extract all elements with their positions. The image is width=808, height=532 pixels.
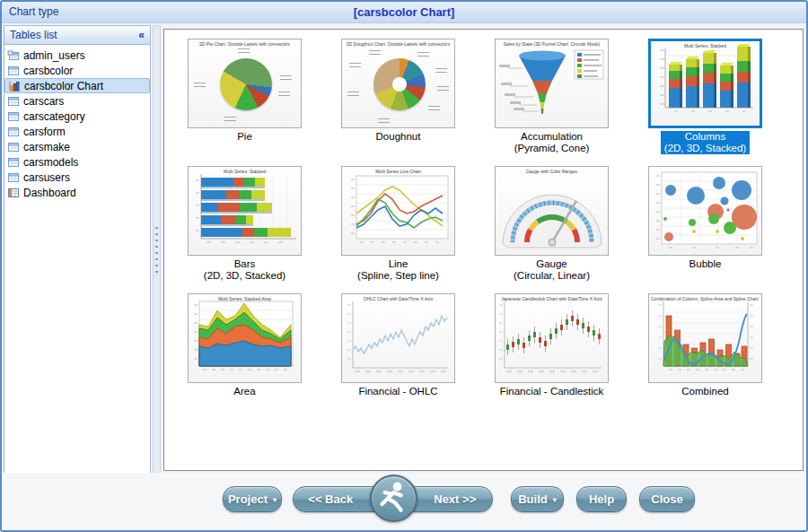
candlestick-preview-image: Japanese Candlestick Chart with Date/Tim…	[495, 293, 609, 383]
pie-preview-image: 2D Pie Chart: Outside Labels with connec…	[188, 39, 302, 128]
run-preview-button[interactable]	[370, 475, 417, 522]
chart-type-line[interactable]: Multi Series Line Chart Line(Spline, Ste…	[321, 166, 475, 293]
sidebar-item-carsbcolor-chart[interactable]: carsbcolor Chart	[4, 78, 150, 93]
columns-preview-image: Multi Series: Stacked	[648, 39, 762, 128]
table-icon	[7, 171, 20, 184]
sidebar-item-carscategory[interactable]: carscategory	[4, 109, 150, 124]
thumb-caption: Gauge(Circular, Linear)	[514, 258, 590, 282]
help-button[interactable]: Help	[576, 486, 627, 512]
sidebar-item-label: carscategory	[23, 110, 85, 123]
table-icon	[7, 65, 20, 77]
doughnut-preview-image: 2D Doughnut Chart: Outside Labels with c…	[341, 39, 455, 128]
thumb-caption: Doughnut	[376, 131, 421, 143]
doughnut-graphic	[373, 58, 426, 110]
sidebar-item-label: carsform	[23, 126, 66, 138]
thumb-caption: Accumulation(Pyramid, Cone)	[514, 131, 590, 154]
ohlc-graphic	[342, 294, 454, 377]
accumulation-preview-image: Sales by State (3D Funnel Chart, Circula…	[495, 39, 609, 128]
line-graphic	[342, 167, 454, 248]
next-button[interactable]: Next >>	[418, 487, 493, 511]
sidebar-item-carsmake[interactable]: carsmake	[4, 139, 150, 154]
chart-type-doughnut[interactable]: 2D Doughnut Chart: Outside Labels with c…	[321, 39, 475, 166]
tables-list-title: Tables list	[10, 29, 57, 41]
chart-type-gallery-panel: 2D Pie Chart: Outside Labels with connec…	[163, 29, 804, 471]
pie-graphic	[220, 58, 272, 110]
ohlc-preview-image: OHLC Chart with Date/Time X Axis	[341, 293, 455, 383]
area-preview-image: Multi Series: Stacked Area	[188, 293, 302, 383]
chart-type-financial-candlestick[interactable]: Japanese Candlestick Chart with Date/Tim…	[475, 293, 628, 421]
bubble-graphic	[649, 167, 761, 253]
thumb-caption: Financial - Candlestick	[500, 386, 604, 397]
sidebar-item-label: carsbcolor Chart	[24, 80, 103, 92]
splitter-grip-icon	[155, 227, 158, 274]
gauge-preview-image: Gauge with Color Ranges	[495, 166, 609, 256]
runner-icon	[372, 476, 416, 520]
sidebar-item-carsbcolor[interactable]: carsbcolor	[4, 63, 150, 78]
sidebar-item-label: carsmake	[23, 141, 70, 153]
thumb-caption: Bubble	[689, 258, 722, 270]
funnel-graphic	[496, 39, 608, 124]
chart-type-area[interactable]: Multi Series: Stacked Area Area	[168, 293, 321, 421]
chart-type-financial-ohlc[interactable]: OHLC Chart with Date/Time X Axis Financi…	[321, 293, 475, 421]
area-graphic	[189, 294, 301, 377]
chart-type-gallery: 2D Pie Chart: Outside Labels with connec…	[168, 39, 782, 421]
table-icon	[7, 156, 20, 169]
table-icon	[7, 110, 20, 123]
dropdown-caret-icon: ▾	[273, 496, 277, 504]
bubble-preview-image	[648, 166, 762, 256]
chart-type-combined[interactable]: Combination of Column, Spline Area and S…	[628, 293, 782, 421]
table-icon	[7, 95, 20, 108]
sidebar-item-carsmodels[interactable]: carsmodels	[4, 154, 150, 170]
tables-panel: Tables list « admin_users carsbcolor car…	[4, 25, 151, 475]
thumb-caption: Columns(2D, 3D, Stacked)	[661, 131, 750, 154]
chart-type-bars[interactable]: Multi Series: Stacked Bars(2D, 3D	[168, 166, 321, 293]
sidebar-item-label: admin_users	[23, 49, 85, 62]
title-bar: Chart type [carsbcolor Chart]	[2, 2, 806, 23]
sidebar-item-carscars[interactable]: carscars	[4, 93, 150, 109]
dashboard-icon	[7, 187, 20, 199]
collapse-panel-button[interactable]: «	[138, 26, 145, 44]
thumb-caption: Financial - OHLC	[358, 386, 437, 397]
chart-type-accumulation[interactable]: Sales by State (3D Funnel Chart, Circula…	[475, 39, 628, 166]
thumb-caption: Area	[233, 386, 255, 397]
footer-bar: Project ▾ << Back Next >> Build ▾ Help C…	[2, 473, 808, 532]
build-button[interactable]: Build ▾	[511, 486, 564, 512]
sidebar-item-admin-users[interactable]: admin_users	[4, 48, 150, 63]
panel-splitter[interactable]	[153, 25, 161, 475]
sidebar-item-label: carsmodels	[23, 156, 78, 169]
columns-graphic	[651, 41, 760, 120]
sidebar-item-label: carsusers	[23, 171, 70, 184]
table-users-icon	[7, 49, 20, 62]
bars-preview-image: Multi Series: Stacked	[188, 166, 302, 256]
bars-graphic	[189, 167, 301, 248]
back-button[interactable]: << Back	[294, 487, 368, 511]
sidebar-item-carsusers[interactable]: carsusers	[4, 170, 150, 185]
line-preview-image: Multi Series Line Chart	[341, 166, 455, 256]
tables-list-header: Tables list «	[4, 26, 150, 45]
project-button[interactable]: Project ▾	[223, 486, 282, 512]
close-button[interactable]: Close	[639, 486, 695, 512]
chart-wizard-window: Chart type [carsbcolor Chart] Tables lis…	[0, 0, 808, 532]
sidebar-item-label: Dashboard	[23, 187, 76, 199]
chart-type-gauge[interactable]: Gauge with Color Ranges	[475, 166, 628, 293]
window-title: [carsbcolor Chart]	[2, 5, 806, 19]
dropdown-caret-icon: ▾	[553, 496, 557, 504]
chart-type-pie[interactable]: 2D Pie Chart: Outside Labels with connec…	[168, 39, 321, 166]
tables-list: admin_users carsbcolor carsbcolor Chart …	[4, 45, 150, 200]
table-icon	[7, 126, 20, 138]
thumb-caption: Line(Spline, Step line)	[357, 258, 439, 282]
sidebar-item-label: carscars	[23, 95, 64, 108]
sidebar-item-dashboard[interactable]: Dashboard	[4, 185, 150, 200]
chart-type-bubble[interactable]: Bubble	[628, 166, 782, 293]
candlestick-graphic	[496, 294, 608, 377]
sidebar-item-label: carsbcolor	[23, 65, 73, 77]
combined-preview-image: Combination of Column, Spline Area and S…	[648, 293, 762, 383]
chart-icon	[8, 80, 21, 92]
gauge-graphic	[496, 167, 609, 251]
table-icon	[7, 141, 20, 153]
thumb-caption: Pie	[237, 131, 252, 143]
thumb-caption: Bars(2D, 3D, Stacked)	[204, 258, 285, 282]
chart-type-columns[interactable]: Multi Series: Stacked	[628, 39, 782, 166]
sidebar-item-carsform[interactable]: carsform	[4, 124, 150, 139]
combined-graphic	[649, 294, 761, 377]
